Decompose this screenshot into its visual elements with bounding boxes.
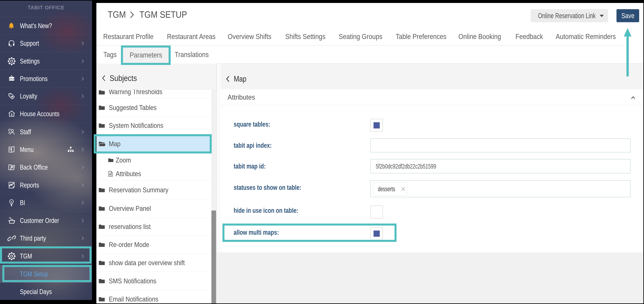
svg-text:SALE: SALE [9,78,14,80]
svg-text:$: $ [11,113,12,116]
